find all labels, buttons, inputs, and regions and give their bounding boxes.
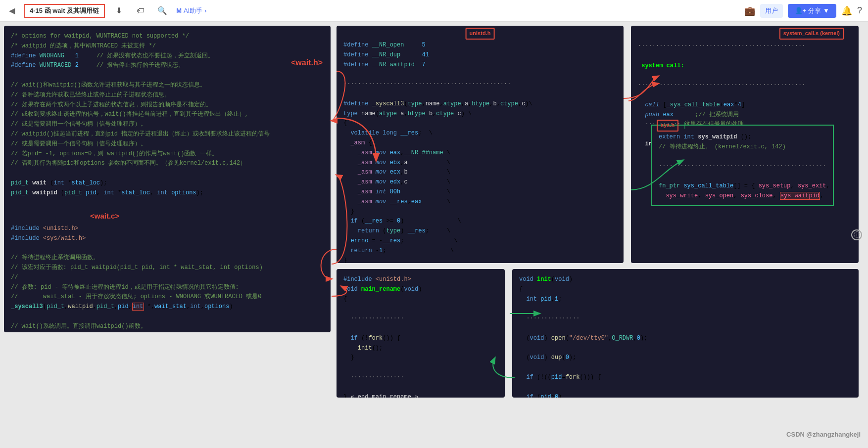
- panel-system-call: system_call.s (kernel) ·················…: [631, 26, 859, 263]
- bell-icon[interactable]: 🔔: [841, 5, 852, 16]
- help-icon[interactable]: ?: [857, 5, 862, 16]
- unistd-tag-container: unistd.h: [466, 28, 495, 40]
- sys-h-tag: sys.h: [657, 120, 678, 132]
- init-code: void init(void) { int pid,i; ···········…: [519, 275, 852, 398]
- tag-button[interactable]: 🏷: [133, 3, 148, 19]
- wait-c-label: <wait.c>: [90, 210, 119, 222]
- main-code: #include <unistd.h> void main_rename(voi…: [343, 275, 498, 398]
- main-area: <wait.h> /* options for waitpid, WUNTRAC…: [0, 22, 868, 448]
- wait-h-code: /* options for waitpid, WUNTRACED not su…: [11, 32, 324, 198]
- sys-h-tag-container: sys.h ├: [657, 120, 687, 132]
- nav-right: 💼 用户 👤+ 分享 ▼ 🔔 ?: [744, 4, 862, 18]
- ai-assistant-button[interactable]: M AI助手 ›: [176, 6, 206, 15]
- unistd-tag: unistd.h: [466, 28, 495, 40]
- panel-unistd: unistd.h #define __NR_open 5 #define __N…: [337, 26, 624, 263]
- share-button[interactable]: 👤+ 分享 ▼: [788, 4, 836, 18]
- panel-wait: <wait.h> /* options for waitpid, WUNTRAC…: [4, 26, 331, 332]
- user-button[interactable]: 用户: [760, 4, 783, 18]
- search-button[interactable]: 🔍: [154, 3, 170, 19]
- system-call-tag: system_call.s (kernel): [779, 28, 844, 40]
- nav-bar: ◀ 4-15 函 wait 及其调用链 ⬇ 🏷 🔍 M AI助手 › 💼 用户 …: [0, 0, 868, 22]
- sys-h-section: sys.h ├ extern int sys_waitpid (); // 等待…: [651, 125, 834, 206]
- wait-c-code: #include <unistd.h> #include <sys/wait.h…: [11, 224, 324, 332]
- wait-c-section: <wait.c>: [11, 210, 324, 222]
- sys-h-code: extern int sys_waitpid (); // 等待进程终止。 (k…: [659, 133, 826, 201]
- system-call-tag-container: system_call.s (kernel): [779, 28, 844, 40]
- panel-main: #include <unistd.h> void main_rename(voi…: [337, 269, 505, 398]
- wait-h-label: <wait.h>: [291, 56, 323, 69]
- back-button[interactable]: ◀: [6, 5, 18, 17]
- watermark: CSDN @zhangzhangkeji: [786, 431, 861, 438]
- unistd-code: #define __NR_open 5 #define __NR_dup 41 …: [343, 41, 617, 263]
- nav-title: 4-15 函 wait 及其调用链: [24, 4, 105, 18]
- info-circle[interactable]: ⓘ: [851, 229, 862, 240]
- briefcase-icon[interactable]: 💼: [744, 5, 755, 16]
- panel-init: void init(void) { int pid,i; ···········…: [512, 269, 859, 398]
- download-button[interactable]: ⬇: [111, 3, 127, 19]
